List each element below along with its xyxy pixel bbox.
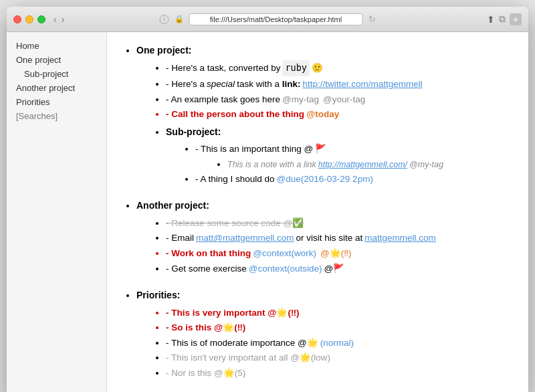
task-a3-text: - Work on that thing xyxy=(166,246,251,261)
task-t3-text: - An example task goes here xyxy=(166,92,280,107)
task-a3-tag2: @🌟(‼️) xyxy=(320,246,351,261)
task-p1-line: - This is very important @🌟(‼️) xyxy=(166,306,515,320)
task-a4-tag: @context(outside) xyxy=(249,262,322,276)
task-sp1-text: - This is an important thing @ xyxy=(195,142,313,157)
sidebar: Home One project Sub-project Another pro… xyxy=(7,32,107,392)
titlebar-right: ⬆ ⧉ + xyxy=(487,13,522,25)
task-t1-line: - Here's a task, converted by ruby 🙂 xyxy=(166,60,515,76)
task-a4: - Get some exercise @context(outside) @🚩 xyxy=(166,262,515,276)
task-sp2-text: - A thing I should do xyxy=(195,172,275,187)
refresh-icon[interactable]: ↻ xyxy=(368,14,376,24)
task-a1-line: - Release some source code @✅ xyxy=(166,216,515,231)
main-area: Home One project Sub-project Another pro… xyxy=(7,32,528,392)
sidebar-item-sub-project[interactable]: Sub-project xyxy=(7,67,106,81)
project-priorities-title: Priorities: xyxy=(136,288,515,302)
task-sp1-note: This is a note with a link http://mattge… xyxy=(227,157,515,171)
project-another: Another project: - Release some source c… xyxy=(120,198,515,276)
info-icon: i xyxy=(160,15,169,24)
task-sp1-note-tag: @my-tag xyxy=(409,158,443,171)
task-a2-prefix: - Email xyxy=(166,231,194,246)
task-t2-mid: task with a link: xyxy=(237,77,300,92)
subproject-header: Sub-project: - This is an important thin… xyxy=(166,124,515,187)
task-p5-text: - Nor is this @🌟(5) xyxy=(166,366,245,381)
task-t1: - Here's a task, converted by ruby 🙂 xyxy=(166,60,515,76)
task-sp2-due: @due(2016-03-29 2pm) xyxy=(277,172,373,187)
task-sp2: - A thing I should do @due(2016-03-29 2p… xyxy=(195,172,515,187)
task-p1-text: - This is very important @🌟(‼️) xyxy=(166,306,300,320)
project-one-title: One project: xyxy=(136,43,515,58)
close-button[interactable] xyxy=(13,15,21,23)
project-priorities: Priorities: - This is very important @🌟(… xyxy=(120,288,515,380)
task-t3-tag1: @my-tag xyxy=(282,92,319,107)
task-a2: - Email matt@mattgemmell.com or visit hi… xyxy=(166,231,515,246)
task-t3-tag2: @your-tag xyxy=(323,92,365,107)
browser-window: ‹ › i 🔒 file:///Users/matt/Desktop/taskp… xyxy=(7,7,528,392)
task-t2-prefix: - Here's a xyxy=(166,77,205,92)
task-sp2-line: - A thing I should do @due(2016-03-29 2p… xyxy=(195,172,515,187)
project-priorities-header: Priorities: - This is very important @🌟(… xyxy=(136,288,515,380)
sidebar-item-home[interactable]: Home xyxy=(7,39,106,53)
task-t3: - An example task goes here @my-tag @you… xyxy=(166,92,515,107)
task-t1-emoji: 🙂 xyxy=(312,61,323,76)
task-p3-tag: (normal) xyxy=(320,336,354,351)
forward-button[interactable]: › xyxy=(60,14,66,25)
task-t2-link[interactable]: http://twitter.com/mattgemmell xyxy=(302,77,422,92)
task-t2-line: - Here's a special task with a link: htt… xyxy=(166,77,515,92)
sidebar-item-another-project[interactable]: Another project xyxy=(7,81,106,95)
task-sp1-note-link[interactable]: http://mattgemmell.com/ xyxy=(318,158,407,171)
project-one: One project: - Here's a task, converted … xyxy=(120,43,515,186)
task-p3-line: - This is of moderate importance @🌟(norm… xyxy=(166,336,515,351)
project-another-header: Another project: - Release some source c… xyxy=(136,198,515,276)
task-sp1-note-prefix: This is a note with a link xyxy=(227,158,316,171)
task-a4-flag: @🚩 xyxy=(324,262,345,276)
maximize-button[interactable] xyxy=(37,15,45,23)
sidebar-item-one-project[interactable]: One project xyxy=(7,53,106,67)
task-a2-link1[interactable]: matt@mattgemmell.com xyxy=(196,231,294,246)
task-p4-text: - This isn't very important at all @🌟(lo… xyxy=(166,351,330,365)
task-a1-text: - Release some source code @✅ xyxy=(166,216,304,231)
traffic-lights xyxy=(13,15,45,23)
task-sp1-flag: 🚩 xyxy=(315,142,326,157)
project-one-header: One project: - Here's a task, converted … xyxy=(136,43,515,186)
task-t4: - Call the person about the thing @today xyxy=(166,107,515,122)
reader-button[interactable]: ⧉ xyxy=(499,13,506,25)
new-tab-button[interactable]: + xyxy=(510,13,522,25)
task-t1-text: - Here's a task, converted by xyxy=(166,61,280,76)
task-t3-line: - An example task goes here @my-tag @you… xyxy=(166,92,515,107)
task-p5: - Nor is this @🌟(5) xyxy=(166,366,515,381)
task-t4-line: - Call the person about the thing @today xyxy=(166,107,515,122)
task-p2-line: - So is this @🌟(‼️) xyxy=(166,320,515,335)
task-sp1: - This is an important thing @🚩 This is … xyxy=(195,142,515,171)
task-p3-text: - This is of moderate importance @🌟 xyxy=(166,336,318,351)
task-p4-line: - This isn't very important at all @🌟(lo… xyxy=(166,351,515,365)
title-center: i 🔒 file:///Users/matt/Desktop/taskpaper… xyxy=(160,13,376,25)
task-p2-text: - So is this @🌟(‼️) xyxy=(166,320,245,335)
sidebar-item-priorities[interactable]: Priorities xyxy=(7,95,106,109)
share-button[interactable]: ⬆ xyxy=(487,14,495,25)
task-p2: - So is this @🌟(‼️) xyxy=(166,320,515,335)
task-a2-link2[interactable]: mattgemmell.com xyxy=(364,231,436,246)
task-a4-text: - Get some exercise xyxy=(166,262,247,276)
content-area: One project: - Here's a task, converted … xyxy=(107,32,528,392)
subproject-title: Sub-project: xyxy=(166,124,515,139)
address-bar[interactable]: file:///Users/matt/Desktop/taskpaper.htm… xyxy=(189,13,363,25)
minimize-button[interactable] xyxy=(25,15,33,23)
task-a1: - Release some source code @✅ xyxy=(166,216,515,231)
task-a3: - Work on that thing @context(work) @🌟(‼… xyxy=(166,246,515,261)
titlebar: ‹ › i 🔒 file:///Users/matt/Desktop/taskp… xyxy=(7,7,528,32)
task-p3: - This is of moderate importance @🌟(norm… xyxy=(166,336,515,351)
task-a3-tag1: @context(work) xyxy=(253,246,316,261)
sidebar-item-searches[interactable]: [Searches] xyxy=(7,109,106,123)
task-t4-tag: @today xyxy=(306,107,339,122)
task-p1: - This is very important @🌟(‼️) xyxy=(166,306,515,320)
task-sp1-line: - This is an important thing @🚩 xyxy=(195,142,515,157)
project-another-title: Another project: xyxy=(136,198,515,213)
task-t4-text: - Call the person about the thing xyxy=(166,107,304,122)
lock-icon: 🔒 xyxy=(175,15,184,23)
task-sp1-note-line: This is a note with a link http://mattge… xyxy=(227,158,515,171)
task-a2-line: - Email matt@mattgemmell.com or visit hi… xyxy=(166,231,515,246)
task-a4-line: - Get some exercise @context(outside) @🚩 xyxy=(166,262,515,276)
task-t2: - Here's a special task with a link: htt… xyxy=(166,77,515,92)
task-t2-italic: special xyxy=(207,77,235,92)
back-button[interactable]: ‹ xyxy=(52,14,58,25)
